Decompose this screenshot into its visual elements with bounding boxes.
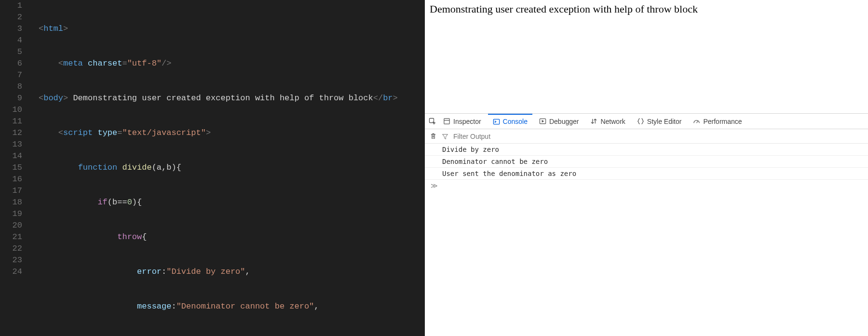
console-row: User sent the denominator as zero [425, 168, 868, 180]
console-row: Denominator cannot be zero [425, 156, 868, 168]
page-body-text: Demonstrating user created exception wit… [430, 3, 698, 15]
line-number: 21 [0, 231, 30, 243]
line-number: 16 [0, 174, 30, 185]
line-number: 2 [0, 12, 30, 23]
line-number: 4 [0, 35, 30, 46]
console-icon [493, 118, 500, 125]
code-line: <script type="text/javascript"> [30, 127, 425, 139]
rendered-page: Demonstrating user created exception wit… [425, 0, 868, 113]
filter-icon [442, 133, 448, 140]
line-number: 6 [0, 58, 30, 69]
code-line: error:"Divide by zero", [30, 266, 425, 278]
line-number-gutter: 123456789101112131415161718192021222324 [0, 0, 30, 336]
line-number: 8 [0, 81, 30, 93]
devtools-tabbar: Inspector Console Debugger Network Style… [425, 114, 868, 129]
line-number: 12 [0, 127, 30, 139]
tab-performance[interactable]: Performance [688, 114, 746, 129]
code-editor[interactable]: 123456789101112131415161718192021222324 … [0, 0, 425, 336]
code-area[interactable]: <html> <meta charset="utf-8"/> <body> De… [30, 0, 425, 336]
line-number: 19 [0, 208, 30, 220]
line-number: 7 [0, 69, 30, 81]
line-number: 10 [0, 104, 30, 116]
line-number: 22 [0, 243, 30, 255]
tab-label: Inspector [453, 118, 481, 125]
tab-style-editor[interactable]: Style Editor [632, 114, 687, 129]
console-output: Divide by zero Denominator cannot be zer… [425, 144, 868, 180]
line-number: 14 [0, 150, 30, 162]
debugger-icon [539, 118, 546, 125]
tab-inspector[interactable]: Inspector [438, 114, 486, 129]
inspector-icon [443, 118, 450, 125]
line-number: 5 [0, 46, 30, 58]
trash-icon[interactable] [430, 133, 437, 140]
tab-console[interactable]: Console [488, 114, 532, 129]
tab-label: Console [503, 118, 528, 125]
line-number: 1 [0, 0, 30, 12]
network-icon [590, 118, 597, 125]
code-line: <body> Demonstrating user created except… [30, 93, 425, 104]
line-number: 9 [0, 93, 30, 104]
line-number: 13 [0, 139, 30, 150]
line-number: 23 [0, 255, 30, 266]
line-number: 24 [0, 266, 30, 278]
code-line: if(b==0){ [30, 197, 425, 208]
code-line: throw{ [30, 231, 425, 243]
line-number: 18 [0, 197, 30, 208]
line-number: 17 [0, 185, 30, 197]
code-line: message:"Denominator cannot be zero", [30, 301, 425, 312]
code-line: <meta charset="utf-8"/> [30, 58, 425, 69]
browser-pane: Demonstrating user created exception wit… [425, 0, 868, 336]
line-number: 11 [0, 116, 30, 127]
console-row: Divide by zero [425, 144, 868, 156]
console-prompt[interactable]: ≫ [425, 180, 868, 191]
console-filter-input[interactable] [453, 133, 863, 140]
devtools-panel: Inspector Console Debugger Network Style… [425, 113, 868, 191]
tab-label: Performance [703, 118, 742, 125]
tab-label: Network [600, 118, 625, 125]
tab-network[interactable]: Network [585, 114, 630, 129]
code-line: <html> [30, 23, 425, 35]
console-toolbar [425, 129, 868, 144]
pick-element-icon[interactable] [429, 118, 436, 125]
tab-debugger[interactable]: Debugger [534, 114, 584, 129]
code-line: function divide(a,b){ [30, 162, 425, 174]
line-number: 15 [0, 162, 30, 174]
line-number: 20 [0, 220, 30, 231]
style-editor-icon [637, 118, 644, 125]
tab-label: Style Editor [647, 118, 682, 125]
performance-icon [693, 118, 700, 125]
line-number: 3 [0, 23, 30, 35]
tab-label: Debugger [549, 118, 579, 125]
svg-rect-1 [444, 119, 449, 124]
